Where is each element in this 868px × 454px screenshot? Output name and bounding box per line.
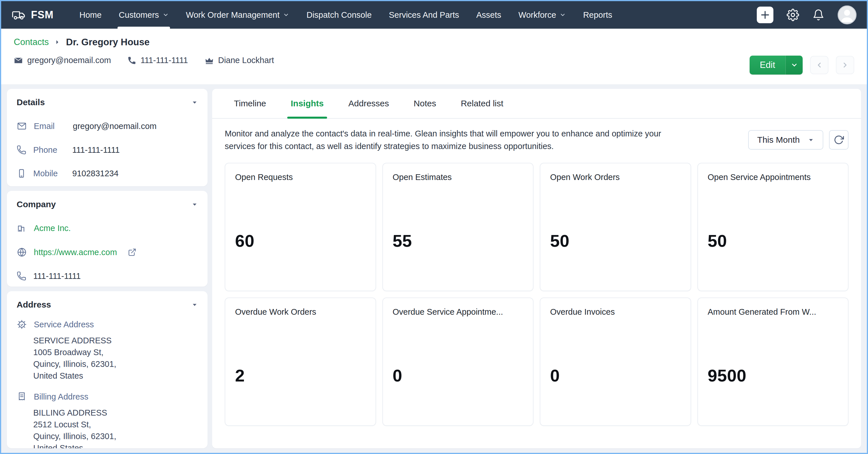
record-main-panel: Timeline Insights Addresses Notes Relate… [212, 89, 861, 448]
user-avatar[interactable] [838, 5, 857, 24]
tab-notes[interactable]: Notes [405, 89, 444, 118]
address-card-title: Address [17, 300, 51, 310]
collapse-caret-icon[interactable] [191, 201, 198, 207]
plus-icon [760, 10, 770, 20]
metric-title: Overdue Service Appointme... [393, 307, 523, 317]
metric-title: Open Requests [235, 172, 366, 182]
tab-insights[interactable]: Insights [282, 89, 332, 118]
metric-card-overdue-invoices[interactable]: Overdue Invoices 0 [540, 297, 691, 426]
metric-title: Open Estimates [393, 172, 523, 182]
contact-email-value: gregory@noemail.com [27, 56, 111, 65]
metric-value: 50 [550, 231, 569, 251]
period-filter-value: This Month [757, 135, 800, 145]
metric-value: 9500 [708, 366, 746, 386]
company-card: Company Acme Inc. https://www.acme.com [7, 191, 208, 287]
company-website-link[interactable]: https://www.acme.com [34, 248, 117, 257]
previous-record-button[interactable] [810, 56, 829, 74]
address-line: 2512 Locust St, [33, 419, 198, 430]
nav-item-label: Home [80, 10, 101, 20]
chevron-down-icon [560, 12, 566, 18]
insights-metric-grid: Open Requests 60 Open Estimates 55 Open … [225, 163, 848, 426]
nav-item-label: Work Order Management [186, 10, 280, 20]
nav-item-home[interactable]: Home [71, 1, 110, 29]
field-label: Mobile [33, 169, 65, 178]
billing-receipt-icon [17, 391, 27, 402]
field-value: gregory@noemail.com [73, 122, 156, 131]
metric-card-open-service-appointments[interactable]: Open Service Appointments 50 [698, 163, 849, 291]
nav-item-label: Reports [583, 10, 612, 20]
field-value: 9102831234 [72, 169, 118, 178]
breadcrumb-contacts-link[interactable]: Contacts [14, 37, 49, 47]
field-value: 111-111-1111 [72, 145, 120, 155]
external-link-icon[interactable] [128, 248, 136, 257]
envelope-icon [14, 56, 23, 65]
tab-label: Timeline [234, 99, 266, 108]
nav-item-label: Services And Parts [389, 10, 459, 20]
metric-card-open-requests[interactable]: Open Requests 60 [225, 163, 376, 291]
collapse-caret-icon[interactable] [191, 99, 198, 105]
address-line: Quincy, Illinois, 62301, [33, 430, 198, 442]
nav-item-work-order-management[interactable]: Work Order Management [178, 1, 298, 29]
insights-tab-content: Monitor and analyze the contact's data i… [212, 119, 861, 434]
bell-icon [812, 9, 825, 21]
metric-card-overdue-service-appointments[interactable]: Overdue Service Appointme... 0 [382, 297, 534, 426]
company-name-row: Acme Inc. [17, 223, 198, 233]
service-address-label: Service Address [34, 320, 94, 329]
company-phone-value: 111-111-1111 [33, 271, 81, 281]
next-record-button[interactable] [836, 56, 854, 74]
insights-controls: This Month [748, 130, 848, 150]
company-name-link[interactable]: Acme Inc. [34, 224, 71, 233]
billing-address-row: Billing Address [17, 391, 198, 402]
metric-value: 55 [393, 231, 412, 251]
chevron-left-icon [815, 61, 823, 69]
caret-down-icon [808, 137, 814, 143]
notifications-button[interactable] [812, 9, 825, 21]
app-logo[interactable]: FSM [11, 9, 54, 21]
nav-item-services-and-parts[interactable]: Services And Parts [380, 1, 468, 29]
building-icon [17, 223, 27, 233]
tab-addresses[interactable]: Addresses [340, 89, 398, 118]
service-gear-icon [17, 319, 27, 330]
globe-icon [17, 247, 27, 257]
metric-card-open-work-orders[interactable]: Open Work Orders 50 [540, 163, 691, 291]
company-website-row: https://www.acme.com [17, 247, 198, 257]
refresh-button[interactable] [829, 130, 848, 150]
edit-button[interactable]: Edit [750, 56, 785, 74]
tab-related-list[interactable]: Related list [452, 89, 512, 118]
tab-timeline[interactable]: Timeline [225, 89, 275, 118]
service-address-block: SERVICE ADDRESS 1005 Broadway St, Quincy… [33, 335, 198, 382]
details-card-title: Details [17, 97, 45, 107]
metric-card-overdue-work-orders[interactable]: Overdue Work Orders 2 [225, 297, 376, 426]
metric-title: Amount Generated From W... [708, 307, 838, 317]
company-phone-row: 111-111-1111 [17, 271, 198, 281]
metric-value: 2 [235, 366, 245, 386]
settings-button[interactable] [786, 9, 799, 21]
tab-label: Notes [414, 99, 436, 108]
nav-item-label: Dispatch Console [306, 10, 372, 20]
field-label: Phone [33, 145, 65, 155]
address-card: Address Service Address SERVICE ADDRESS [7, 291, 208, 448]
quick-create-button[interactable] [757, 7, 773, 23]
record-sidebar: Details Email gregory@noemail.com Phone … [7, 89, 208, 448]
collapse-caret-icon[interactable] [191, 301, 198, 308]
address-line: Quincy, Illinois, 62301, [33, 358, 198, 370]
contact-phone-value: 111-111-1111 [141, 56, 188, 65]
contact-owner: Diane Lockhart [205, 56, 274, 65]
metric-card-open-estimates[interactable]: Open Estimates 55 [382, 163, 534, 291]
tab-label: Addresses [348, 99, 389, 108]
nav-item-label: Assets [476, 10, 501, 20]
nav-item-workforce[interactable]: Workforce [510, 1, 575, 29]
crown-icon [205, 56, 214, 65]
period-filter-dropdown[interactable]: This Month [748, 130, 823, 150]
nav-item-reports[interactable]: Reports [575, 1, 621, 29]
metric-card-amount-generated[interactable]: Amount Generated From W... 9500 [698, 297, 849, 426]
edit-dropdown-button[interactable] [785, 56, 803, 74]
record-title: Dr. Gregory House [66, 37, 150, 47]
chevron-down-icon [162, 12, 169, 18]
nav-item-customers[interactable]: Customers [110, 1, 177, 29]
nav-item-assets[interactable]: Assets [468, 1, 510, 29]
envelope-icon [17, 121, 27, 131]
contact-phone: 111-111-1111 [128, 56, 188, 65]
nav-item-dispatch-console[interactable]: Dispatch Console [298, 1, 380, 29]
address-line: SERVICE ADDRESS [33, 335, 198, 347]
